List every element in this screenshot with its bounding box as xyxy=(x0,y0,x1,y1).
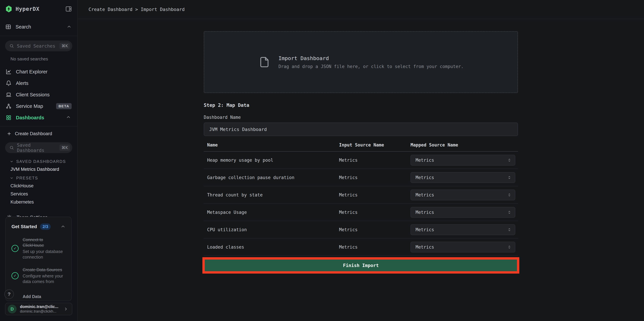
sidebar-item-services[interactable]: Services xyxy=(0,190,77,198)
check-circle-icon: ✓ xyxy=(12,245,18,252)
step-desc: Start sending logs, metrics, or traces xyxy=(23,300,56,301)
sidebar-item-dashboards[interactable]: Dashboards xyxy=(0,112,77,123)
saved-searches-placeholder: Saved Searches xyxy=(17,43,56,49)
file-icon xyxy=(258,54,271,70)
step-title: Create Data Sources xyxy=(23,267,66,273)
no-saved-searches-text: No saved searches xyxy=(10,56,77,62)
import-dropzone[interactable]: Import Dashboard Drag and drop a JSON fi… xyxy=(204,31,518,93)
row-name: Loaded classes xyxy=(204,245,336,250)
table-header: Name Input Source Name Mapped Source Nam… xyxy=(204,140,518,152)
select-chevrons-icon xyxy=(507,245,512,250)
dashboard-name-input[interactable]: JVM Metrics Dashboard xyxy=(204,122,518,136)
chevron-up-icon[interactable] xyxy=(60,224,66,229)
collapse-sidebar-icon[interactable] xyxy=(65,5,72,12)
mapped-source-select[interactable]: Metrics xyxy=(410,242,515,253)
select-chevrons-icon xyxy=(507,158,512,163)
table-row: Loaded classes Metrics Metrics xyxy=(204,239,518,256)
sidebar-nav: Chart Explorer Alerts Client Sessions Se… xyxy=(0,66,77,123)
selected-value: Metrics xyxy=(416,158,434,163)
selected-value: Metrics xyxy=(416,210,434,215)
sidebar-item-alerts[interactable]: Alerts xyxy=(0,77,77,89)
get-started-step-sources[interactable]: ✓ Create Data Sources Configure where yo… xyxy=(12,267,66,284)
table-row: CPU utilization Metrics Metrics xyxy=(204,221,518,239)
bell-icon xyxy=(6,80,12,86)
sidebar-section-search[interactable]: Search xyxy=(0,21,77,36)
selected-value: Metrics xyxy=(416,245,434,250)
sidebar-item-clickhouse[interactable]: ClickHouse xyxy=(0,182,77,190)
saved-dashboards-group[interactable]: SAVED DASHBOARDS xyxy=(0,158,77,165)
sidebar-item-jvm-metrics-dashboard[interactable]: JVM Metrics Dashboard xyxy=(0,165,77,173)
selected-value: Metrics xyxy=(416,175,434,180)
topbar: Create Dashboard > Import Dashboard xyxy=(78,0,644,19)
sidebar-item-kubernetes[interactable]: Kubernetes xyxy=(0,198,77,206)
select-chevrons-icon xyxy=(507,210,512,215)
nav-label: Chart Explorer xyxy=(16,69,48,75)
step-desc: Set up your database connection xyxy=(23,249,66,260)
get-started-step-connect[interactable]: ✓ Connect to ClickHouse Set up your data… xyxy=(12,237,66,260)
row-input-source: Metrics xyxy=(336,227,408,232)
saved-dashboards-header: SAVED DASHBOARDS xyxy=(16,159,66,164)
dashboard-name-label: Dashboard Name xyxy=(204,115,518,120)
column-header-mapped-source: Mapped Source Name xyxy=(408,142,518,147)
laptop-icon xyxy=(6,92,12,97)
create-dashboard-button[interactable]: Create Dashboard xyxy=(0,128,77,140)
select-chevrons-icon xyxy=(507,175,512,180)
shortcut-badge: ⌘K xyxy=(60,43,70,49)
row-name: Garbage collection pause duration xyxy=(204,175,336,180)
step-title: Add Data xyxy=(23,294,56,300)
chart-explorer-icon xyxy=(6,69,12,75)
row-input-source: Metrics xyxy=(336,175,408,180)
mapped-source-select[interactable]: Metrics xyxy=(410,224,515,235)
step-desc: Configure where your data comes from xyxy=(23,273,66,284)
finish-import-button[interactable]: Finish Import xyxy=(205,260,517,271)
table-row: Thread count by state Metrics Metrics xyxy=(204,186,518,204)
get-started-card: Get Started 2/3 ✓ Connect to ClickHouse … xyxy=(6,217,72,301)
presets-group[interactable]: PRESETS xyxy=(0,174,77,182)
saved-dashboards-input[interactable]: Saved Dashboards ⌘K xyxy=(5,142,72,153)
chevron-right-icon xyxy=(64,307,68,311)
dashboards-grid-icon xyxy=(6,115,12,120)
breadcrumb: Create Dashboard > Import Dashboard xyxy=(88,7,185,12)
search-icon xyxy=(10,44,14,48)
sidebar-item-client-sessions[interactable]: Client Sessions xyxy=(0,89,77,100)
search-section-label: Search xyxy=(16,24,31,30)
mapped-source-select[interactable]: Metrics xyxy=(410,190,515,200)
row-name: CPU utilization xyxy=(204,227,336,232)
chevron-up-icon[interactable] xyxy=(66,115,72,120)
chevron-down-icon xyxy=(10,176,14,180)
help-button[interactable]: ? xyxy=(4,290,14,299)
search-icon xyxy=(10,145,14,150)
table-row: Heap memory usage by pool Metrics Metric… xyxy=(204,152,518,169)
chevron-up-icon[interactable] xyxy=(66,24,72,29)
hyperdx-logo-icon xyxy=(6,5,12,13)
sidebar-item-service-map[interactable]: Service Map BETA xyxy=(0,100,77,112)
mapped-source-select[interactable]: Metrics xyxy=(410,172,515,183)
beta-badge: BETA xyxy=(56,103,72,109)
saved-searches-input[interactable]: Saved Searches ⌘K xyxy=(5,40,72,51)
main-area: Import Dashboard Drag and drop a JSON fi… xyxy=(78,19,644,321)
column-header-input-source: Input Source Name xyxy=(336,142,408,147)
service-map-icon xyxy=(6,103,12,109)
mapping-table: Name Input Source Name Mapped Source Nam… xyxy=(204,140,518,256)
user-account-button[interactable]: D dominic.tran@clic... dominic.tran@clic… xyxy=(5,303,72,315)
app-title: HyperDX xyxy=(16,6,40,12)
row-input-source: Metrics xyxy=(336,192,408,197)
progress-badge: 2/3 xyxy=(40,224,51,230)
sidebar-item-chart-explorer[interactable]: Chart Explorer xyxy=(0,66,77,77)
create-dashboard-label: Create Dashboard xyxy=(15,131,52,136)
plus-icon xyxy=(7,131,12,136)
dropzone-subtitle: Drag and drop a JSON file here, or click… xyxy=(278,64,464,69)
table-row: Metaspace Usage Metrics Metrics xyxy=(204,204,518,221)
nav-label: Client Sessions xyxy=(16,92,50,97)
step-title: Connect to ClickHouse xyxy=(23,237,66,248)
user-name: dominic.tran@clic... xyxy=(20,304,58,309)
get-started-step-add-data[interactable]: Add Data Start sending logs, metrics, or… xyxy=(12,294,66,301)
mapped-source-select[interactable]: Metrics xyxy=(410,155,515,166)
nav-label: Alerts xyxy=(16,80,28,86)
mapped-source-select[interactable]: Metrics xyxy=(410,207,515,218)
row-input-source: Metrics xyxy=(336,158,408,163)
dropzone-title: Import Dashboard xyxy=(278,55,464,61)
select-chevrons-icon xyxy=(507,192,512,197)
logo-row: HyperDX xyxy=(0,0,77,18)
row-name: Heap memory usage by pool xyxy=(204,158,336,163)
